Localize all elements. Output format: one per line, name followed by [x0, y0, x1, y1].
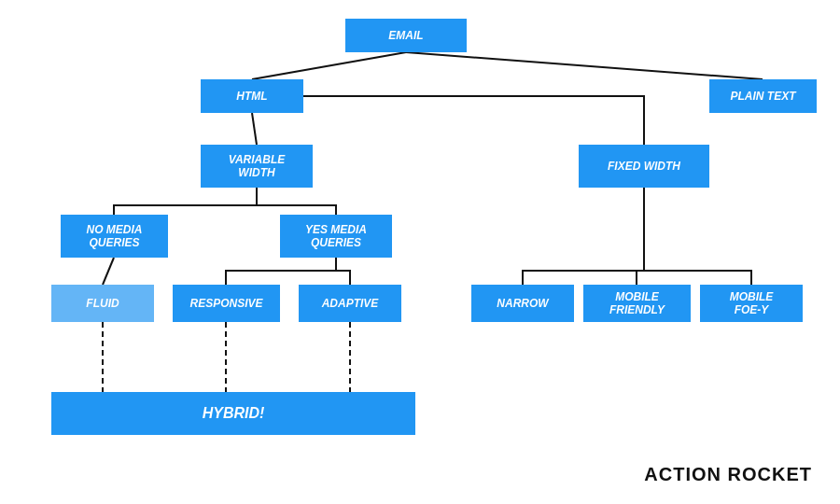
yes-media-queries-node: YES MEDIAQUERIES — [280, 215, 392, 258]
svg-line-3 — [252, 113, 257, 145]
mobile-friendly-node: MOBILEFRIENDLY — [583, 285, 691, 322]
svg-line-1 — [406, 52, 763, 79]
adaptive-node: ADAPTIVE — [299, 285, 401, 322]
svg-line-0 — [252, 52, 406, 79]
brand-label: ACTION ROCKET — [644, 464, 812, 485]
diagram-container: EMAIL HTML PLAIN TEXT VARIABLEWIDTH FIXE… — [0, 0, 840, 504]
email-node: EMAIL — [345, 19, 467, 52]
html-node: HTML — [201, 79, 303, 113]
hybrid-node: HYBRID! — [51, 392, 415, 435]
fluid-node: FLUID — [51, 285, 154, 322]
no-media-queries-node: NO MEDIAQUERIES — [61, 215, 168, 258]
plain-text-node: PLAIN TEXT — [709, 79, 817, 113]
responsive-node: RESPONSIVE — [173, 285, 280, 322]
fixed-width-node: FIXED WIDTH — [579, 145, 709, 188]
narrow-node: NARROW — [471, 285, 574, 322]
svg-line-4 — [103, 258, 114, 285]
variable-width-node: VARIABLEWIDTH — [201, 145, 313, 188]
mobile-foey-node: MOBILEFOE-Y — [700, 285, 803, 322]
